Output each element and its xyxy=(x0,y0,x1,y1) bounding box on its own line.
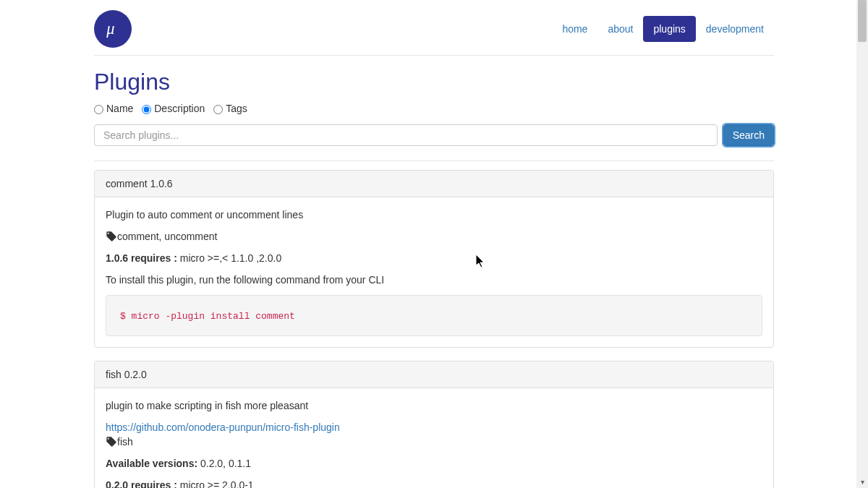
radio-name[interactable] xyxy=(94,105,103,114)
page-title: Plugins xyxy=(94,69,774,95)
logo[interactable]: μ xyxy=(94,10,132,48)
nav-about[interactable]: about xyxy=(597,16,643,42)
scrollbar[interactable]: ▴ ▾ xyxy=(856,0,868,488)
search-options: Name Description Tags xyxy=(94,103,774,114)
mu-icon: μ xyxy=(101,17,124,40)
plugin-requires: 1.0.6 requires : micro >=,< 1.1.0 ,2.0.0 xyxy=(106,252,762,266)
nav-development[interactable]: development xyxy=(696,16,774,42)
plugin-tags-row: comment, uncomment xyxy=(106,230,762,244)
nav-home[interactable]: home xyxy=(552,16,597,42)
plugin-tags: comment, uncomment xyxy=(117,231,218,242)
search-row: Search xyxy=(94,124,774,161)
radio-tags[interactable] xyxy=(213,105,223,114)
available-value: 0.2.0, 0.1.1 xyxy=(197,458,251,469)
search-button[interactable]: Search xyxy=(723,124,774,146)
radio-description[interactable] xyxy=(142,105,151,114)
nav-plugins[interactable]: plugins xyxy=(643,16,695,42)
navbar: μ home about plugins development xyxy=(94,0,774,56)
plugin-link[interactable]: https://github.com/onodera-punpun/micro-… xyxy=(106,421,340,433)
plugin-description: Plugin to auto comment or uncomment line… xyxy=(106,208,762,223)
install-command: $ micro -plugin install comment xyxy=(120,311,295,322)
radio-name-label[interactable]: Name xyxy=(94,103,133,114)
radio-description-label[interactable]: Description xyxy=(142,103,205,114)
plugin-available: Available versions: 0.2.0, 0.1.1 xyxy=(106,457,762,471)
plugin-description: plugin to make scripting in fish more pl… xyxy=(106,399,762,414)
nav-links: home about plugins development xyxy=(552,16,774,42)
svg-text:μ: μ xyxy=(106,20,114,38)
plugin-panel: fish 0.2.0 plugin to make scripting in f… xyxy=(94,361,774,488)
plugin-panel: comment 1.0.6 Plugin to auto comment or … xyxy=(94,170,774,348)
scroll-down-icon[interactable]: ▾ xyxy=(856,476,868,488)
scrollbar-thumb[interactable] xyxy=(858,0,867,42)
plugin-install-text: To install this plugin, run the followin… xyxy=(106,273,762,288)
install-command-block: $ micro -plugin install comment xyxy=(106,295,762,336)
plugin-requires: 0.2.0 requires : micro >= 2.0.0-1 xyxy=(106,479,762,488)
search-input[interactable] xyxy=(94,124,718,146)
available-label: Available versions: xyxy=(106,458,197,469)
radio-tags-text: Tags xyxy=(226,103,247,114)
requires-label: 1.0.6 requires : xyxy=(106,252,177,264)
requires-value: micro >=,< 1.1.0 ,2.0.0 xyxy=(177,252,281,264)
plugin-body: Plugin to auto comment or uncomment line… xyxy=(95,197,773,347)
plugin-title: fish 0.2.0 xyxy=(95,361,773,388)
plugin-tags-row: fish xyxy=(106,435,762,450)
plugin-link-row: https://github.com/onodera-punpun/micro-… xyxy=(106,421,762,435)
requires-label: 0.2.0 requires : xyxy=(106,479,177,488)
radio-name-text: Name xyxy=(106,103,133,114)
radio-tags-label[interactable]: Tags xyxy=(213,103,247,114)
tags-icon xyxy=(106,435,117,450)
radio-description-text: Description xyxy=(154,103,205,114)
plugin-tags: fish xyxy=(117,436,133,448)
plugin-body: plugin to make scripting in fish more pl… xyxy=(95,388,773,488)
tags-icon xyxy=(106,230,117,244)
plugin-title: comment 1.0.6 xyxy=(95,171,773,197)
requires-value: micro >= 2.0.0-1 xyxy=(177,479,254,488)
